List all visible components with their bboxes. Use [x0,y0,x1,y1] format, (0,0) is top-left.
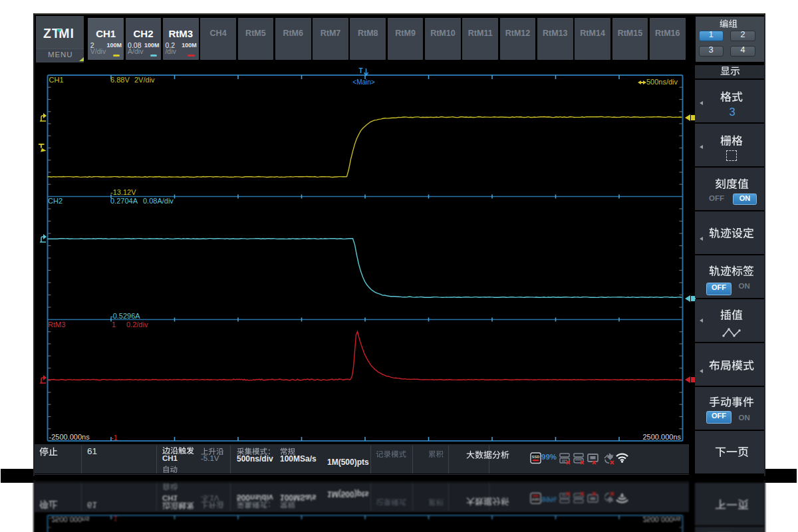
svg-text:SSD: SSD [532,497,539,501]
svg-text:SSD: SSD [532,455,539,459]
svg-text:T: T [359,67,363,74]
